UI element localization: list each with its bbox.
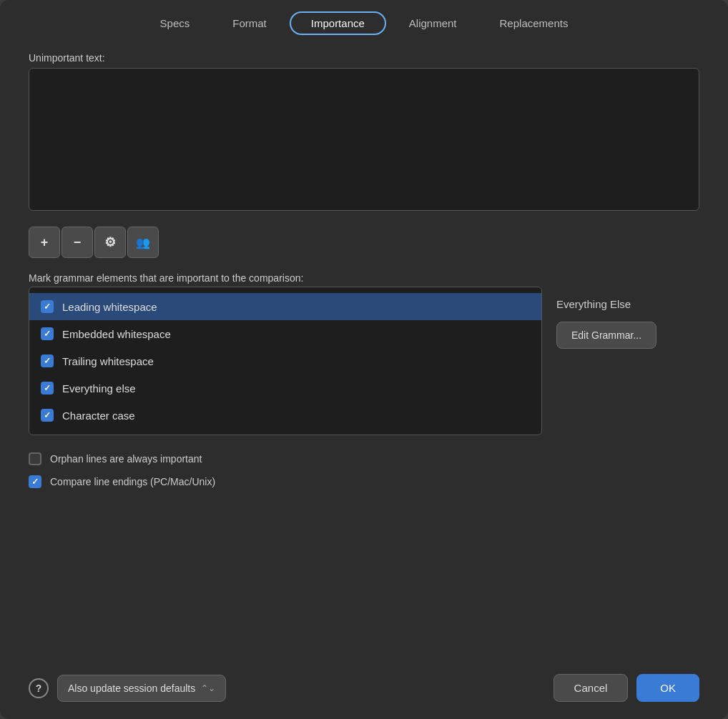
checkbox-leading-whitespace[interactable] [41,300,54,313]
footer: ? Also update session defaults ⌃⌄ Cancel… [0,663,728,719]
gear-icon: ⚙ [104,234,116,250]
add-button[interactable]: + [29,227,60,258]
grammar-side: Everything Else Edit Grammar... [556,287,699,435]
tab-alignment[interactable]: Alignment [389,11,477,35]
check-row-orphan-lines[interactable]: Orphan lines are always important [29,452,699,465]
checkbox-compare-line-endings[interactable] [29,475,41,488]
checklist-item-everything-else[interactable]: Everything else [29,375,541,402]
checklist-label-embedded-whitespace: Embedded whitespace [62,328,171,340]
tab-format[interactable]: Format [212,11,287,35]
everything-else-label: Everything Else [556,289,631,310]
grammar-section: Mark grammar elements that are important… [29,269,699,435]
toolbar: + − ⚙ 👥 [29,227,699,258]
checklist-item-trailing-whitespace[interactable]: Trailing whitespace [29,347,541,375]
checklist-label-leading-whitespace: Leading whitespace [62,301,157,313]
checkbox-orphan-lines[interactable] [29,452,41,465]
tab-replacements[interactable]: Replacements [480,11,589,35]
bottom-checks: Orphan lines are always important Compar… [29,452,699,488]
grammar-checklist: Leading whitespace Embedded whitespace T… [29,287,542,435]
checklist-item-character-case[interactable]: Character case [29,402,541,429]
tab-bar: Specs Format Importance Alignment Replac… [0,0,728,35]
help-button[interactable]: ? [29,678,49,698]
check-row-compare-line-endings[interactable]: Compare line endings (PC/Mac/Unix) [29,475,699,488]
checklist-label-character-case: Character case [62,410,135,422]
checklist-label-trailing-whitespace: Trailing whitespace [62,355,154,367]
checklist-item-embedded-whitespace[interactable]: Embedded whitespace [29,320,541,347]
checkbox-character-case[interactable] [41,409,54,422]
unimportant-text-section: Unimportant text: [29,52,699,214]
checkbox-everything-else[interactable] [41,382,54,395]
cancel-button[interactable]: Cancel [554,674,629,702]
checklist-label-everything-else: Everything else [62,382,136,395]
unimportant-text-label: Unimportant text: [29,52,699,64]
ok-button[interactable]: OK [636,674,699,702]
grammar-section-label: Mark grammar elements that are important… [29,272,699,284]
people-icon: 👥 [136,236,150,249]
checklist-item-leading-whitespace[interactable]: Leading whitespace [29,293,541,320]
checkbox-trailing-whitespace[interactable] [41,354,54,367]
tab-specs[interactable]: Specs [140,11,210,35]
checkbox-embedded-whitespace[interactable] [41,327,54,340]
grammar-area: Leading whitespace Embedded whitespace T… [29,287,699,435]
session-defaults-dropdown[interactable]: Also update session defaults ⌃⌄ [57,675,226,702]
session-defaults-label: Also update session defaults [68,683,195,694]
gear-button[interactable]: ⚙ [94,227,126,258]
remove-button[interactable]: − [62,227,93,258]
orphan-lines-label: Orphan lines are always important [50,453,202,465]
session-arrows-icon: ⌃⌄ [201,683,215,693]
people-button[interactable]: 👥 [127,227,159,258]
content-area: Unimportant text: + − ⚙ 👥 Mark grammar e… [0,35,728,663]
tab-importance[interactable]: Importance [290,11,386,35]
unimportant-text-input[interactable] [29,68,699,211]
edit-grammar-button[interactable]: Edit Grammar... [556,322,656,349]
dialog: Specs Format Importance Alignment Replac… [0,0,728,719]
compare-line-endings-label: Compare line endings (PC/Mac/Unix) [50,476,215,487]
